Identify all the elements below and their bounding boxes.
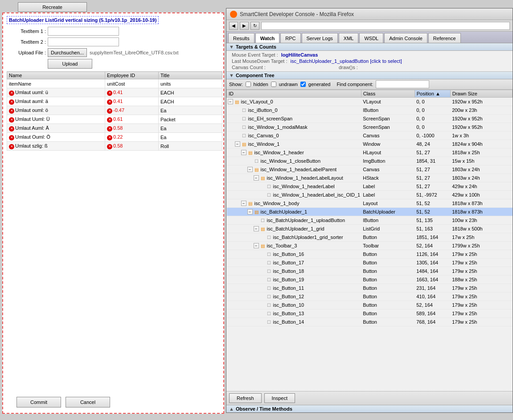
tree-cell-position: 51, 27 <box>415 148 450 157</box>
tree-cell-class: Canvas <box>361 132 415 140</box>
tree-id-label: isc_Window_1_closeButton <box>261 158 321 164</box>
tree-row[interactable]: ☐isc_Button_19Button1663, 164188w x 25h <box>227 276 513 284</box>
forward-button[interactable]: ▶ <box>240 22 249 30</box>
tree-row[interactable]: −▤isc_Window_1_headerLabelParentCanvas51… <box>227 165 513 174</box>
tree-row[interactable]: ☐isc_Button_10Button52, 164179w x 25h <box>227 301 513 309</box>
tree-cell-class: BatchUploader <box>361 208 415 216</box>
cell-name: ✕Umlaut uuml: ü <box>7 88 105 97</box>
table-row[interactable]: ✕Umlaut uuml: ü✕0.41EACH <box>7 88 222 97</box>
commit-button[interactable]: Commit <box>16 397 61 408</box>
tab-watch[interactable]: Watch <box>255 33 280 43</box>
col-drawn-size[interactable]: Drawn Size <box>450 90 512 98</box>
component-tree-toggle[interactable]: ▼ <box>229 73 234 78</box>
table-row[interactable]: ✕Umlaut ouml: ö✕-0.47Ea <box>7 106 222 115</box>
table-row[interactable]: ✕Umlaut szlig: ß✕0.58Roll <box>7 142 222 151</box>
tab-wsdl[interactable]: WSDL <box>359 33 383 43</box>
textitem1-input[interactable] <box>48 27 119 36</box>
address-input[interactable]: 127.0.0.1:8888/builtinds/sc/system/helpe… <box>261 22 510 30</box>
tree-toggle[interactable]: − <box>228 99 233 104</box>
tree-row[interactable]: ☐isc_Button_14Button768, 164179w x 25h <box>227 318 513 326</box>
tree-row[interactable]: −▤isc_Window_1_bodyLayout51, 521818w x 8… <box>227 199 513 208</box>
tree-row[interactable]: −▤isc_BatchUploader_1_gridListGrid51, 16… <box>227 225 513 233</box>
tree-cell-id: ☐isc_Button_10 <box>227 301 361 309</box>
upload-button[interactable]: Upload <box>48 59 92 69</box>
tree-cell-id: ☐isc_Button_17 <box>227 259 361 267</box>
tree-toggle[interactable]: − <box>241 201 246 206</box>
cancel-button[interactable]: Cancel <box>66 397 110 408</box>
tab-server-logs[interactable]: Server Logs <box>302 33 338 43</box>
tree-cell-size: 1803w x 24h <box>450 165 512 174</box>
tree-row[interactable]: ☐isc_Window_1_modalMaskScreenSpan0, 0192… <box>227 123 513 132</box>
tree-container[interactable]: ID Class Position ▲ Drawn Size −▤isc_VLa… <box>226 90 513 391</box>
tree-cell-size: 179w x 25h <box>450 284 512 292</box>
table-row[interactable]: ✕Umlaut Ouml: Ö✕0.22Ea <box>7 133 222 142</box>
tree-row[interactable]: ☐isc_BatchUploader_1_uploadButtonIButton… <box>227 216 513 225</box>
tree-row[interactable]: ☐isc_Button_18Button1484, 164179w x 25h <box>227 267 513 276</box>
back-button[interactable]: ◀ <box>229 22 238 30</box>
cell-id: ✕0.41 <box>105 88 159 97</box>
inspect-button[interactable]: Inspect <box>264 393 295 403</box>
tree-row[interactable]: ☐isc_Canvas_0Canvas0, -10001w x 3h <box>227 132 513 140</box>
last-mousedown-label: Last MouseDown Target : <box>232 58 287 64</box>
error-icon: ✕ <box>9 108 14 114</box>
tree-row[interactable]: −▤isc_BatchUploader_1BatchUploader51, 52… <box>227 208 513 216</box>
tree-toggle[interactable]: − <box>247 209 253 214</box>
observe-toggle[interactable]: ▲ <box>229 406 234 412</box>
table-row[interactable]: itemNameunitCostunits <box>7 79 222 88</box>
tree-toggle[interactable]: − <box>254 226 259 231</box>
targets-toggle[interactable]: ▼ <box>229 44 234 49</box>
tab-rpc[interactable]: RPC <box>280 33 300 43</box>
textitem2-input[interactable] <box>48 37 119 46</box>
undrawn-checkbox[interactable] <box>271 82 276 87</box>
tree-row[interactable]: ☐isc_Button_17Button1305, 164179w x 25h <box>227 259 513 267</box>
tree-row[interactable]: ☐isc_iButton_0IButton0, 0200w x 23h <box>227 106 513 115</box>
tree-row[interactable]: ☐isc_Button_11Button231, 164179w x 25h <box>227 284 513 292</box>
tab-results[interactable]: Results <box>228 33 254 43</box>
tab-admin-console[interactable]: Admin Console <box>384 33 427 43</box>
tree-table: ID Class Position ▲ Drawn Size −▤isc_VLa… <box>226 90 513 326</box>
tree-row[interactable]: ☐isc_Button_12Button410, 164179w x 25h <box>227 292 513 301</box>
col-position[interactable]: Position ▲ <box>415 90 450 98</box>
tree-row[interactable]: −▤isc_Window_1_headerLabelLayoutHStack51… <box>227 174 513 182</box>
left-panel-title: BatchUploader ListGrid vertical sizing (… <box>7 16 159 24</box>
tree-cell-id: ☐isc_Button_14 <box>227 318 361 326</box>
col-id[interactable]: ID <box>227 90 361 98</box>
reload-button[interactable]: ↻ <box>250 22 259 30</box>
find-input[interactable] <box>376 80 429 88</box>
tree-toggle[interactable]: − <box>247 167 253 172</box>
tree-cell-position: 48, 24 <box>415 140 450 148</box>
tree-row[interactable]: ☐isc_Button_13Button589, 164179w x 25h <box>227 309 513 318</box>
tab-reference[interactable]: Reference <box>428 33 461 43</box>
table-row[interactable]: ✕Umlaut Auml: Ä✕0.58Ea <box>7 124 222 133</box>
tree-toggle[interactable]: − <box>241 150 246 155</box>
tree-row[interactable]: −▤isc_Toolbar_3Toolbar52, 1641799w x 25h <box>227 242 513 250</box>
tree-row[interactable]: ☐isc_EH_screenSpanScreenSpan0, 01920w x … <box>227 115 513 123</box>
page-icon: ☐ <box>241 124 247 130</box>
tree-row[interactable]: −▤isc_Window_1Window48, 241824w x 904h <box>227 140 513 148</box>
generated-checkbox[interactable] <box>300 82 306 87</box>
tree-toggle[interactable]: − <box>254 175 259 181</box>
tab-xml[interactable]: XML <box>339 33 359 43</box>
tree-row[interactable]: ☐isc_Button_16Button1126, 164179w x 25h <box>227 250 513 259</box>
tree-row[interactable]: ☐isc_Window_1_closeButtonImgButton1854, … <box>227 157 513 165</box>
tree-row[interactable]: −▤isc_Window_1_headerHLayout51, 271818w … <box>227 148 513 157</box>
tree-toggle[interactable]: − <box>254 243 259 248</box>
tree-row[interactable]: ☐isc_Window_1_headerLabelLabel51, 27429w… <box>227 182 513 191</box>
tree-row[interactable]: ☐isc_BatchUploader1_grid_sorterButton185… <box>227 233 513 242</box>
tree-toggle[interactable]: − <box>235 141 240 147</box>
col-class[interactable]: Class <box>361 90 415 98</box>
table-row[interactable]: ✕Umlaut auml: ä✕0.41EACH <box>7 97 222 106</box>
browse-button[interactable]: Durchsuchen... <box>48 48 87 57</box>
tree-cell-size: 179w x 25h <box>450 301 512 309</box>
cell-title: EACH <box>159 88 222 97</box>
table-row[interactable]: ✕Umlaut Uuml: Ü✕0.61Packet <box>7 115 222 124</box>
refresh-button[interactable]: Refresh <box>229 393 262 403</box>
tree-cell-class: Label <box>361 191 415 199</box>
tree-cell-id: ☐isc_Button_18 <box>227 267 361 276</box>
tree-row[interactable]: ☐isc_Window_1_headerLabel_isc_OID_1Label… <box>227 191 513 199</box>
tree-id-label: isc_Window_1_header <box>254 150 304 155</box>
recreate-button[interactable]: Recreate <box>18 2 87 12</box>
last-mousedown-value[interactable]: isc_BatchUploader_1_uploadButton [click … <box>291 58 402 64</box>
hidden-checkbox[interactable] <box>246 82 251 87</box>
tree-row[interactable]: −▤isc_VLayout_0VLayout0, 01920w x 952h <box>227 98 513 106</box>
